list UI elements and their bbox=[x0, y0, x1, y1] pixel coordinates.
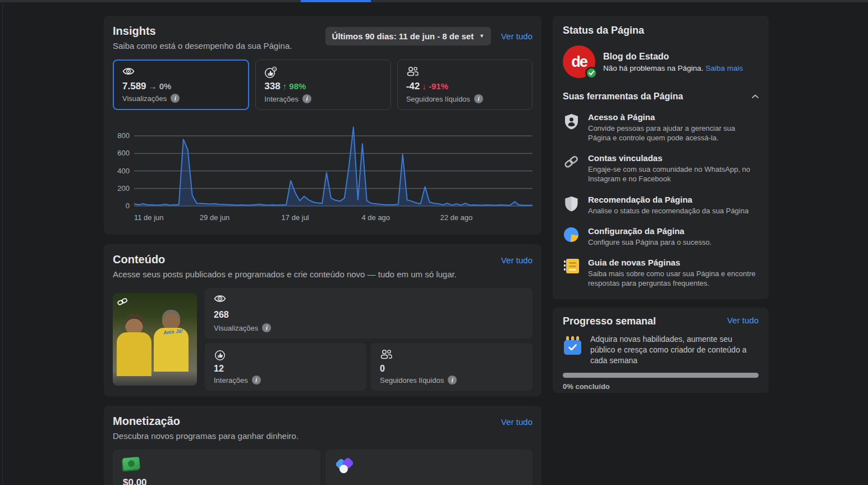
info-icon[interactable] bbox=[448, 376, 457, 385]
tool-title: Acesso à Página bbox=[588, 112, 759, 122]
stars-value: -- bbox=[336, 483, 523, 485]
status-title: Status da Página bbox=[563, 25, 759, 36]
stat-card-interacoes[interactable]: 338↑ 98% Interações bbox=[255, 60, 391, 110]
progress-bar bbox=[563, 373, 759, 378]
insights-card: Insights Saiba como está o desempenho da… bbox=[104, 16, 541, 235]
eye-icon bbox=[122, 67, 240, 79]
conteudo-card: Conteúdo Ver tudo Acesse seus posts publ… bbox=[104, 244, 541, 396]
progresso-see-all-link[interactable]: Ver tudo bbox=[727, 315, 759, 325]
stat-label: Visualizações bbox=[122, 94, 167, 103]
calendar-check-icon bbox=[563, 336, 583, 355]
active-tab-indicator bbox=[301, 0, 371, 2]
tool-item-acesso-a-pagina[interactable]: Acesso à Página Convide pessoas para aju… bbox=[563, 112, 759, 143]
tool-desc: Analise o status de recomendação da sua … bbox=[588, 206, 748, 216]
monetizacao-card: Monetização Ver tudo Descubra novos prog… bbox=[104, 406, 541, 485]
post-thumbnail[interactable]: Anis Já! bbox=[113, 293, 197, 386]
progress-percent-label: 0% concluído bbox=[563, 382, 759, 391]
stat-trend: → 0% bbox=[149, 81, 172, 91]
info-icon[interactable] bbox=[474, 94, 483, 103]
stat-value: 12 bbox=[214, 364, 357, 374]
money-bill-icon bbox=[122, 457, 140, 471]
top-tab-strip bbox=[0, 0, 868, 2]
stat-label: Seguidores líquidos bbox=[406, 95, 470, 103]
reactions-icon bbox=[264, 66, 382, 79]
stat-trend: ↑ 98% bbox=[283, 81, 306, 91]
collapse-tools-button[interactable] bbox=[752, 94, 759, 99]
insights-title: Insights bbox=[113, 25, 292, 38]
chart-plot-area bbox=[134, 125, 532, 207]
insights-see-all-link[interactable]: Ver tudo bbox=[501, 31, 532, 41]
stat-card-seguidores[interactable]: -42↓ -91% Seguidores líquidos bbox=[397, 60, 532, 110]
stat-value: 338 bbox=[264, 81, 280, 91]
content-stat-visualizacoes: 268 Visualizações bbox=[205, 288, 532, 338]
shield-person-icon bbox=[563, 112, 580, 143]
conteudo-see-all-link[interactable]: Ver tudo bbox=[501, 255, 532, 265]
stat-label: Interações bbox=[264, 95, 298, 103]
monetizacao-title: Monetização bbox=[113, 415, 180, 428]
monetizacao-panel-earnings[interactable]: $0,00 bbox=[113, 450, 320, 485]
tool-desc: Convide pessoas para ajudar a gerenciar … bbox=[588, 123, 759, 143]
monetizacao-see-all-link[interactable]: Ver tudo bbox=[501, 417, 532, 427]
reactions-icon bbox=[214, 349, 357, 362]
thumbnail-figure bbox=[125, 314, 151, 376]
caret-down-icon: ▼ bbox=[479, 34, 484, 39]
info-icon[interactable] bbox=[252, 376, 261, 385]
saiba-mais-link[interactable]: Saiba mais bbox=[705, 64, 743, 72]
stat-trend: ↓ -91% bbox=[422, 81, 448, 91]
content-stat-interacoes: 12 Interações bbox=[205, 343, 366, 391]
progresso-title: Progresso semanal bbox=[563, 315, 656, 327]
shield-icon bbox=[563, 195, 580, 216]
tool-desc: Configure sua Página para o sucesso. bbox=[588, 237, 711, 247]
window-edge-line bbox=[2, 0, 3, 485]
pie-settings-icon bbox=[563, 226, 580, 247]
tool-title: Recomendação da Página bbox=[588, 195, 748, 204]
weekly-progress-card: Progresso semanal Ver tudo Adquira novas… bbox=[553, 308, 769, 393]
conteudo-title: Conteúdo bbox=[113, 253, 165, 266]
stat-value: 7.589 bbox=[122, 81, 146, 91]
tool-item-configuracao[interactable]: Configuração da Página Configure sua Pág… bbox=[563, 226, 759, 247]
stat-label: Seguidores líquidos bbox=[380, 376, 444, 385]
monetizacao-panel-stars[interactable]: -- bbox=[325, 450, 533, 485]
insights-line-chart: 0200400600800 bbox=[113, 125, 532, 207]
guide-book-icon bbox=[563, 258, 580, 288]
info-icon[interactable] bbox=[262, 323, 271, 332]
monetizacao-subtitle: Descubra novos programas para ganhar din… bbox=[113, 431, 532, 441]
tool-item-guia-paginas[interactable]: Guia de novas Páginas Saiba mais sobre c… bbox=[563, 258, 759, 288]
insights-subtitle: Saiba como está o desempenho da sua Pági… bbox=[113, 41, 292, 51]
info-icon[interactable] bbox=[171, 94, 180, 103]
conteudo-subtitle: Acesse seus posts publicados e programad… bbox=[113, 269, 532, 279]
progresso-description: Adquira novas habilidades, aumente seu p… bbox=[590, 334, 759, 366]
thumbnail-figure: Anis Já! bbox=[162, 310, 189, 372]
stat-label: Visualizações bbox=[214, 324, 258, 332]
tool-desc: Saiba mais sobre como usar sua Página e … bbox=[588, 269, 759, 288]
verified-check-badge bbox=[585, 67, 598, 79]
stars-icon bbox=[336, 457, 355, 475]
stat-card-visualizacoes[interactable]: 7.589→ 0% Visualizações bbox=[113, 60, 249, 110]
chart-x-axis: 11 de jun29 de jun17 de jul4 de ago22 de… bbox=[134, 207, 532, 222]
people-icon bbox=[380, 349, 523, 362]
tool-item-recomendacao[interactable]: Recomendação da Página Analise o status … bbox=[563, 195, 759, 216]
eye-icon bbox=[214, 294, 523, 306]
stat-value: -42 bbox=[406, 81, 420, 91]
tool-title: Configuração da Página bbox=[588, 226, 711, 236]
stat-label: Interações bbox=[214, 376, 248, 385]
thumbnail-shirt-text: Anis Já! bbox=[163, 328, 183, 336]
page-status-card: Status da Página de Blog do Estado Não h… bbox=[553, 16, 769, 299]
chevron-up-icon bbox=[752, 94, 759, 99]
stat-value: 0 bbox=[380, 364, 523, 374]
tool-title: Contas vinculadas bbox=[588, 153, 759, 163]
tool-desc: Engaje-se com sua comunidade no WhatsApp… bbox=[588, 164, 759, 184]
page-status-text: Não há problemas na Página. bbox=[603, 64, 704, 72]
date-range-dropdown[interactable]: Últimos 90 dias: 11 de jun - 8 de set ▼ bbox=[325, 27, 492, 45]
tool-title: Guia de novas Páginas bbox=[588, 258, 759, 267]
chain-link-icon bbox=[563, 153, 580, 184]
tool-item-contas-vinculadas[interactable]: Contas vinculadas Engaje-se com sua comu… bbox=[563, 153, 759, 184]
people-icon bbox=[406, 66, 523, 79]
content-stat-seguidores: 0 Seguidores líquidos bbox=[371, 343, 532, 391]
chart-y-axis: 0200400600800 bbox=[113, 125, 134, 207]
page-avatar: de bbox=[563, 45, 595, 78]
earnings-value: $0,00 bbox=[123, 477, 310, 485]
tools-heading: Suas ferramentas da Página bbox=[563, 91, 683, 102]
info-icon[interactable] bbox=[302, 94, 311, 103]
date-range-label: Últimos 90 dias: 11 de jun - 8 de set bbox=[332, 31, 474, 41]
